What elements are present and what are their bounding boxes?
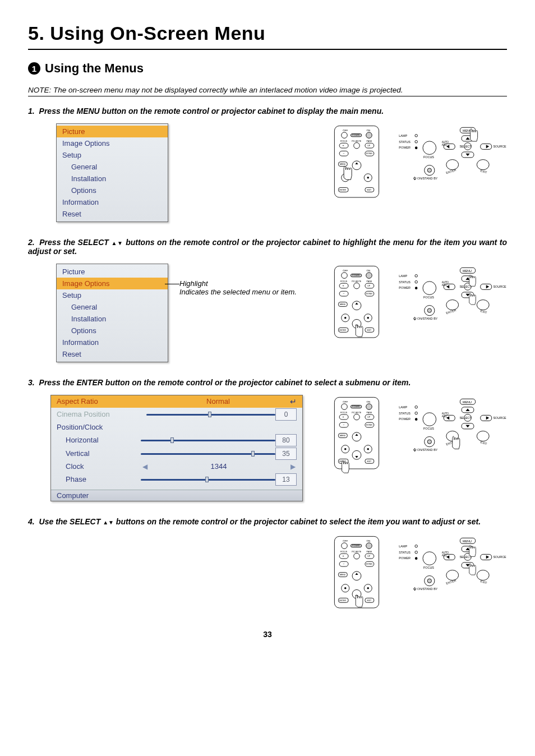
svg-point-226: [415, 551, 418, 554]
panel-diagram-2: LAMP STATUS POWER FOCUS ⏻ ON/STAND BY ME…: [395, 264, 507, 325]
svg-text:MENU: MENU: [340, 303, 346, 306]
svg-text:ON/STAND BY: ON/STAND BY: [417, 317, 438, 320]
annotation-line1: Highlight: [179, 279, 297, 288]
svg-point-153: [352, 450, 361, 459]
svg-point-162: [415, 412, 418, 414]
svg-point-26: [367, 177, 369, 179]
svg-point-214: [344, 587, 347, 589]
svg-point-147: [352, 432, 361, 441]
svg-text:+: +: [342, 554, 344, 557]
svg-text:EXIT: EXIT: [367, 189, 372, 191]
svg-text:PAGE: PAGE: [367, 551, 372, 553]
svg-text:STATUS: STATUS: [399, 412, 411, 415]
svg-point-37: [423, 141, 436, 155]
svg-text:−: −: [343, 423, 344, 426]
svg-text:FOCUS: FOCUS: [423, 427, 434, 430]
svg-point-232: [427, 579, 431, 583]
svg-text:STATUS: STATUS: [399, 140, 411, 144]
svg-text:MENU: MENU: [463, 400, 472, 404]
step-3-text: Press the ENTER button on the remote con…: [39, 378, 411, 387]
submenu-vertical-value: 35: [275, 448, 297, 460]
submenu-screenshot: Aspect Ratio Normal ↵ Cinema Position 0 …: [50, 395, 303, 501]
svg-text:ADJ.: ADJ.: [442, 144, 448, 146]
svg-text:POWER: POWER: [352, 405, 360, 408]
menu-information: Information: [57, 336, 168, 348]
svg-text:ENTER: ENTER: [446, 579, 456, 585]
svg-point-40: [427, 168, 431, 172]
svg-text:AUTO: AUTO: [442, 412, 449, 415]
svg-point-21: [352, 161, 361, 170]
svg-point-228: [415, 557, 418, 560]
svg-text:MENU: MENU: [463, 540, 472, 543]
highlight-annotation: Highlight Indicates the selected menu or…: [179, 264, 297, 296]
svg-point-124: [477, 300, 489, 310]
svg-text:POWER: POWER: [399, 417, 411, 421]
submenu-vertical: Vertical: [66, 448, 141, 459]
svg-rect-181: [481, 415, 492, 421]
note-text: NOTE: The on-screen menu may not be disp…: [28, 86, 507, 96]
menu-picture: Picture: [57, 266, 168, 278]
submenu-phase: Phase: [66, 474, 141, 485]
svg-text:ON/STAND BY: ON/STAND BY: [417, 587, 438, 591]
svg-point-34: [415, 140, 418, 143]
step-2: 2. Press the SELECT ▲▼ buttons on the re…: [28, 238, 507, 256]
remote-diagram-1: OFFON POWER FOCUSPIC-MUTEPAGE + UP − DOW…: [332, 123, 381, 202]
svg-text:POWER: POWER: [352, 134, 360, 136]
remote-diagram-2: OFFON POWER FOCUSPIC-MUTEPAGE + UP − DOW…: [332, 264, 381, 343]
svg-text:POWER: POWER: [352, 545, 360, 547]
svg-point-150: [344, 448, 347, 450]
step-4: 4. Use the SELECT ▲▼ buttons on the remo…: [28, 517, 507, 526]
svg-text:POWER: POWER: [352, 274, 360, 276]
svg-text:LAMP: LAMP: [399, 405, 407, 409]
svg-text:PAGE: PAGE: [367, 412, 372, 414]
section-number-badge: 1: [28, 62, 40, 75]
svg-text:⏻: ⏻: [413, 587, 417, 591]
svg-point-216: [367, 587, 369, 589]
menu-setup: Setup: [57, 149, 168, 161]
menu-reset: Reset: [57, 208, 168, 220]
step-1: 1. Press the MENU button on the remote c…: [28, 107, 507, 116]
svg-text:PIC-MUTE: PIC-MUTE: [352, 551, 362, 553]
svg-text:⏻: ⏻: [413, 177, 417, 180]
svg-point-101: [423, 282, 436, 295]
main-menu-screenshot-1: Picture Image Options Setup General Inst…: [56, 123, 168, 222]
step-2-text-a: Press the SELECT: [39, 238, 111, 247]
return-icon: ↵: [290, 396, 297, 407]
submenu-clock-value: 1344: [211, 461, 227, 472]
svg-text:EXIT: EXIT: [367, 329, 372, 331]
svg-point-122: [446, 300, 459, 310]
svg-point-100: [415, 287, 418, 289]
submenu-horizontal-value: 80: [275, 434, 297, 446]
svg-text:STATUS: STATUS: [399, 551, 411, 554]
svg-point-211: [352, 571, 361, 580]
svg-text:EXIT: EXIT: [480, 440, 488, 446]
svg-point-252: [477, 570, 489, 580]
svg-text:OFF: OFF: [343, 400, 348, 403]
divider: [28, 49, 507, 50]
svg-text:AUTO: AUTO: [442, 281, 449, 284]
menu-image-options-highlighted: Image Options: [57, 278, 168, 289]
right-arrow-icon: ▶: [289, 461, 297, 472]
svg-text:SOURCE: SOURCE: [493, 285, 506, 288]
svg-text:+: +: [342, 284, 344, 287]
svg-text:PAGE: PAGE: [367, 140, 372, 142]
svg-text:LAMP: LAMP: [399, 134, 407, 137]
submenu-aspect-ratio-value: Normal: [206, 396, 230, 407]
svg-text:PIC-MUTE: PIC-MUTE: [352, 280, 362, 283]
svg-point-132: [366, 404, 372, 410]
svg-text:OFF: OFF: [343, 540, 348, 542]
svg-text:EXIT: EXIT: [480, 309, 488, 315]
svg-text:⏻: ⏻: [413, 317, 417, 320]
submenu-source-bar: Computer: [51, 490, 302, 501]
svg-point-104: [427, 308, 431, 312]
svg-point-152: [367, 448, 369, 450]
menu-general: General: [57, 301, 168, 313]
svg-text:ENTER: ENTER: [339, 189, 346, 191]
svg-rect-245: [481, 554, 492, 560]
svg-point-160: [415, 406, 418, 409]
svg-text:EXIT: EXIT: [367, 460, 372, 463]
svg-text:MENU: MENU: [340, 163, 346, 165]
svg-point-229: [423, 552, 436, 565]
svg-rect-117: [481, 284, 492, 289]
svg-point-60: [477, 160, 489, 170]
